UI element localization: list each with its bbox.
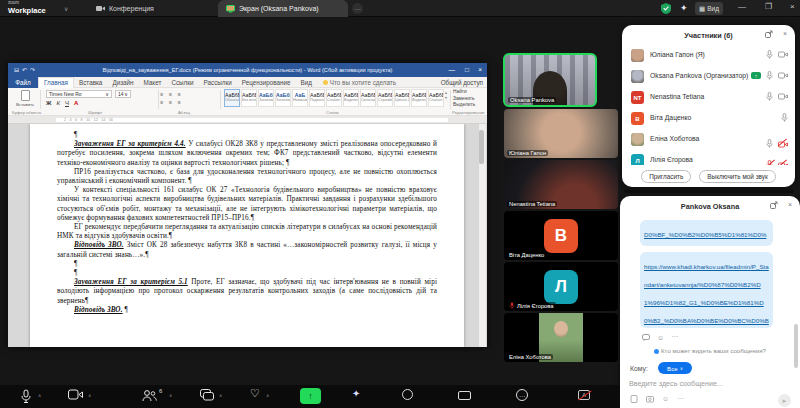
- reply-icon[interactable]: [642, 334, 650, 341]
- participant-row[interactable]: Еліна Хоботова: [622, 129, 795, 150]
- mute-my-audio-button[interactable]: Выключить мой звук: [699, 170, 776, 183]
- camera-options-caret[interactable]: ∧: [88, 393, 91, 398]
- ribbon-tab-design[interactable]: Дизайн: [107, 77, 138, 88]
- close-icon[interactable]: ×: [783, 30, 787, 37]
- video-tile-nenastina[interactable]: Nenastina Tetiana: [504, 160, 618, 209]
- mic-button[interactable]: [20, 389, 32, 404]
- ribbon-tab-layout[interactable]: Макет: [139, 77, 167, 88]
- whiteboard-button[interactable]: [458, 391, 471, 400]
- style-tile[interactable]: АаБбВвГСильное в...: [360, 89, 376, 107]
- word-minimize-button[interactable]: —: [449, 66, 456, 73]
- maximize-button[interactable]: ❐: [765, 2, 772, 11]
- participant-row[interactable]: Юліана Гапон (Я): [622, 45, 795, 66]
- word-maximize-button[interactable]: □: [465, 66, 469, 73]
- tab-more-button[interactable]: ⋯: [352, 3, 363, 14]
- style-tile[interactable]: АаБбВвГОбычный: [224, 89, 240, 107]
- mic-icon[interactable]: [766, 139, 773, 148]
- share-button[interactable]: Общий доступ: [441, 79, 483, 86]
- italic-button[interactable]: К: [56, 100, 60, 106]
- camera-icon[interactable]: [778, 72, 788, 79]
- camera-icon[interactable]: [778, 93, 788, 100]
- style-tile[interactable]: АаБбВвГВыделенн...: [411, 89, 427, 107]
- style-tile[interactable]: АаБбВвГСлабое в...: [326, 89, 342, 107]
- ruler[interactable]: 2 · 4 · 6 · 8 · 10 · 12 · 14 · 16: [8, 116, 487, 124]
- participants-caret[interactable]: ∧: [169, 393, 172, 398]
- more-icon[interactable]: ⋯: [671, 333, 678, 341]
- select-button[interactable]: Выделить: [453, 102, 475, 109]
- ribbon-tab-references[interactable]: Ссылки: [166, 77, 198, 88]
- style-tile[interactable]: АаБбВЗаголово...: [275, 89, 291, 107]
- style-tile[interactable]: АаБбВЗаголово...: [258, 89, 274, 107]
- participant-row[interactable]: Oksana Pankova (Организатор) ↑: [622, 66, 795, 87]
- document-page[interactable]: ¶ Зауваження ЕГ за критерієм 4.4. У сила…: [30, 124, 464, 347]
- word-close-button[interactable]: ×: [478, 66, 482, 73]
- ai-companion-icon[interactable]: ✦: [680, 3, 688, 13]
- ribbon-tab-insert[interactable]: Вставка: [74, 77, 107, 88]
- close-icon[interactable]: ×: [788, 201, 792, 208]
- mic-icon[interactable]: [766, 71, 773, 80]
- style-tile[interactable]: АаБНазвание: [292, 89, 308, 107]
- camera-button[interactable]: [68, 389, 83, 400]
- participant-row[interactable]: B Віта Даценко: [622, 108, 795, 129]
- reactions-caret[interactable]: ∧: [266, 393, 269, 398]
- mic-icon[interactable]: [781, 113, 788, 122]
- ribbon-tab-review[interactable]: Рецензирование: [237, 77, 296, 88]
- video-tile-lilia[interactable]: Л Лілія Єгорова: [504, 262, 618, 311]
- ribbon-tab-mailings[interactable]: Рассылки: [199, 77, 237, 88]
- file-icon[interactable]: [630, 395, 638, 403]
- mic-icon[interactable]: [766, 50, 773, 59]
- screenshot-icon[interactable]: [646, 395, 654, 403]
- captions-off-button[interactable]: A: [578, 390, 590, 400]
- font-color-button[interactable]: А: [74, 100, 78, 106]
- record-button[interactable]: [402, 389, 413, 400]
- chat-caret[interactable]: ∧: [219, 393, 222, 398]
- chat-message-bubble[interactable]: https://www.khadi.kharkov.ua/fileadmin/P…: [640, 252, 773, 328]
- font-size-select[interactable]: 14 ∨: [115, 90, 131, 98]
- style-tile[interactable]: АаБбВвГЦитата 2: [394, 89, 410, 107]
- chat-button[interactable]: [200, 389, 214, 401]
- video-tile-vita[interactable]: В Віта Даценко: [504, 211, 618, 260]
- more-icon[interactable]: ⋯: [677, 395, 684, 403]
- chat-scrollbar-thumb[interactable]: [794, 324, 798, 368]
- recipient-dropdown[interactable]: Все ∨: [658, 362, 692, 374]
- chat-link[interactable]: https://www.khadi.kharkov.ua/fileadmin/P…: [644, 263, 769, 328]
- tab-screen-share[interactable]: Экран (Oksana Pankova): [218, 0, 348, 17]
- tab-conference[interactable]: Конференция: [88, 0, 162, 17]
- close-button[interactable]: ×: [790, 2, 795, 11]
- ribbon-tab-file[interactable]: Файл: [8, 77, 38, 88]
- style-tile[interactable]: АаБбВвГСтрогий: [377, 89, 393, 107]
- minimize-button[interactable]: —: [738, 2, 746, 11]
- font-name-select[interactable]: Times New Ro ∨: [46, 90, 112, 98]
- participant-row[interactable]: NT Nenastina Tetiana: [622, 87, 795, 108]
- video-tile-yuliana[interactable]: Юліана Гапон: [504, 109, 618, 158]
- ai-companion-button[interactable]: ✦: [352, 388, 360, 399]
- share-screen-button[interactable]: ↑: [300, 388, 321, 404]
- camera-icon[interactable]: [778, 51, 788, 58]
- security-shield-icon[interactable]: [661, 3, 671, 14]
- paragraph-buttons[interactable]: ≡ ≡ ≡ ≡ ≡ ≡: [160, 90, 218, 106]
- invite-button[interactable]: Пригласить: [641, 170, 691, 183]
- chat-message-bubble[interactable]: D0%BF_%D0%B2%D0%B5%D1%81%D0%BD%D0%B0.pdf: [640, 220, 773, 246]
- mic-options-caret[interactable]: ∧: [38, 393, 41, 398]
- ribbon-tab-home[interactable]: Главная: [38, 77, 74, 88]
- mic-muted-icon[interactable]: [766, 155, 773, 165]
- paste-button[interactable]: Вставить: [14, 90, 36, 107]
- more-button[interactable]: ⋯: [516, 389, 528, 401]
- video-tile-oksana[interactable]: Oksana Pankova: [503, 53, 597, 107]
- style-tile[interactable]: АаБбВвГПодзагол...: [309, 89, 325, 107]
- reactions-button[interactable]: ♡: [250, 387, 260, 400]
- popout-icon[interactable]: [765, 30, 773, 38]
- tell-me-box[interactable]: Что вы хотите сделать: [323, 79, 396, 86]
- send-button[interactable]: ►: [778, 394, 791, 407]
- style-tile[interactable]: АаБбВвГБез инте...: [241, 89, 257, 107]
- participant-row[interactable]: Л Лілія Єгорова: [622, 150, 795, 165]
- word-scrollbar-thumb[interactable]: [479, 130, 484, 164]
- chat-input[interactable]: [629, 377, 789, 390]
- ribbon-tab-view[interactable]: Вид: [295, 77, 316, 88]
- underline-button[interactable]: Ч: [65, 100, 69, 106]
- chevron-down-icon[interactable]: ∨: [64, 5, 68, 12]
- style-tile[interactable]: АаБбВвГВыделение: [343, 89, 359, 107]
- video-tile-elina[interactable]: Еліна Хоботова: [504, 313, 618, 362]
- chat-link[interactable]: D0%BF_%D0%B2%D0%B5%D1%81%D0%BD%D0%B0.pdf: [644, 231, 766, 246]
- camera-off-icon[interactable]: [778, 155, 788, 165]
